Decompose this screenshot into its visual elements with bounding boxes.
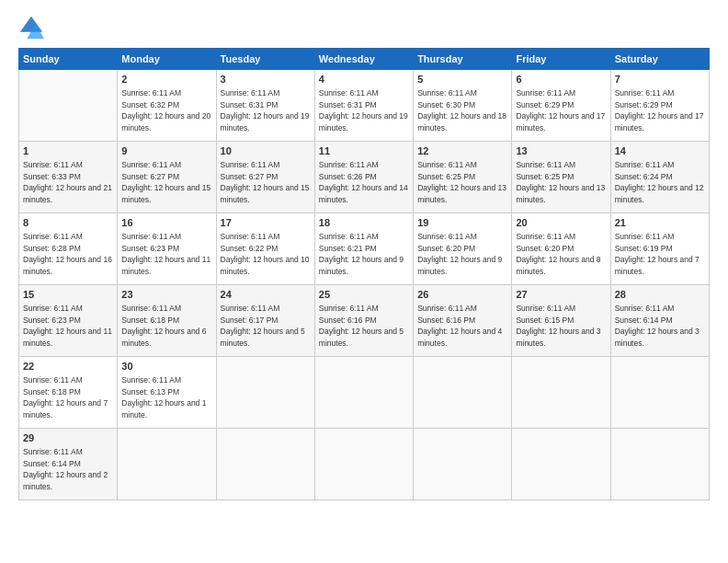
day-info: Sunrise: 6:11 AMSunset: 6:29 PMDaylight:…	[615, 88, 704, 132]
day-number: 14	[615, 144, 705, 158]
day-number: 12	[417, 144, 507, 158]
day-number: 15	[23, 288, 113, 302]
table-row: 24Sunrise: 6:11 AMSunset: 6:17 PMDayligh…	[216, 285, 314, 357]
table-row: 27Sunrise: 6:11 AMSunset: 6:15 PMDayligh…	[512, 285, 610, 357]
table-row: 4Sunrise: 6:11 AMSunset: 6:31 PMDaylight…	[314, 70, 413, 142]
svg-marker-0	[20, 17, 42, 32]
col-header-saturday: Saturday	[610, 49, 709, 70]
table-row: 28Sunrise: 6:11 AMSunset: 6:14 PMDayligh…	[610, 285, 709, 357]
day-number: 1	[23, 144, 113, 158]
day-info: Sunrise: 6:11 AMSunset: 6:30 PMDaylight:…	[417, 88, 506, 132]
table-row: 1Sunrise: 6:11 AMSunset: 6:33 PMDaylight…	[19, 142, 118, 213]
day-number: 19	[417, 216, 507, 230]
table-row	[610, 357, 709, 429]
day-number: 16	[121, 216, 211, 230]
day-number: 18	[319, 216, 409, 230]
day-info: Sunrise: 6:11 AMSunset: 6:20 PMDaylight:…	[417, 232, 502, 276]
day-number: 5	[417, 73, 507, 86]
day-number: 26	[417, 288, 507, 302]
day-info: Sunrise: 6:11 AMSunset: 6:15 PMDaylight:…	[516, 304, 600, 348]
day-number: 28	[615, 288, 705, 302]
calendar-table: SundayMondayTuesdayWednesdayThursdayFrid…	[18, 48, 710, 500]
day-number: 30	[121, 360, 211, 373]
day-info: Sunrise: 6:11 AMSunset: 6:32 PMDaylight:…	[121, 88, 210, 132]
day-info: Sunrise: 6:11 AMSunset: 6:23 PMDaylight:…	[23, 304, 112, 348]
day-info: Sunrise: 6:11 AMSunset: 6:13 PMDaylight:…	[121, 375, 206, 419]
table-row: 23Sunrise: 6:11 AMSunset: 6:18 PMDayligh…	[118, 285, 216, 357]
day-info: Sunrise: 6:11 AMSunset: 6:16 PMDaylight:…	[417, 304, 502, 348]
table-row: 6Sunrise: 6:11 AMSunset: 6:29 PMDaylight…	[512, 70, 610, 142]
day-number: 10	[221, 144, 311, 158]
day-number: 17	[221, 216, 311, 230]
table-row: 3Sunrise: 6:11 AMSunset: 6:31 PMDaylight…	[216, 70, 314, 142]
day-info: Sunrise: 6:11 AMSunset: 6:19 PMDaylight:…	[615, 232, 700, 276]
day-number: 21	[615, 216, 705, 230]
day-info: Sunrise: 6:11 AMSunset: 6:28 PMDaylight:…	[23, 232, 112, 276]
table-row: 12Sunrise: 6:11 AMSunset: 6:25 PMDayligh…	[414, 142, 512, 213]
table-row: 10Sunrise: 6:11 AMSunset: 6:27 PMDayligh…	[216, 142, 314, 213]
day-info: Sunrise: 6:11 AMSunset: 6:18 PMDaylight:…	[23, 375, 108, 419]
table-row: 15Sunrise: 6:11 AMSunset: 6:23 PMDayligh…	[19, 285, 118, 357]
table-row: 13Sunrise: 6:11 AMSunset: 6:25 PMDayligh…	[512, 142, 610, 213]
table-row	[216, 429, 314, 500]
table-row	[512, 429, 610, 500]
day-info: Sunrise: 6:11 AMSunset: 6:27 PMDaylight:…	[121, 160, 210, 204]
day-number: 24	[221, 288, 311, 302]
table-row: 22Sunrise: 6:11 AMSunset: 6:18 PMDayligh…	[19, 357, 118, 429]
table-row: 8Sunrise: 6:11 AMSunset: 6:28 PMDaylight…	[19, 213, 118, 285]
day-info: Sunrise: 6:11 AMSunset: 6:18 PMDaylight:…	[121, 304, 206, 348]
col-header-tuesday: Tuesday	[216, 49, 314, 70]
table-row	[610, 429, 709, 500]
day-number: 29	[23, 431, 113, 445]
day-info: Sunrise: 6:11 AMSunset: 6:21 PMDaylight:…	[319, 232, 404, 276]
table-row: 20Sunrise: 6:11 AMSunset: 6:20 PMDayligh…	[512, 213, 610, 285]
day-number: 4	[319, 73, 409, 86]
table-row: 11Sunrise: 6:11 AMSunset: 6:26 PMDayligh…	[314, 142, 413, 213]
day-info: Sunrise: 6:11 AMSunset: 6:25 PMDaylight:…	[516, 160, 605, 204]
table-row: 29Sunrise: 6:11 AMSunset: 6:14 PMDayligh…	[19, 429, 118, 500]
table-row: 14Sunrise: 6:11 AMSunset: 6:24 PMDayligh…	[610, 142, 709, 213]
table-row: 16Sunrise: 6:11 AMSunset: 6:23 PMDayligh…	[118, 213, 216, 285]
day-info: Sunrise: 6:11 AMSunset: 6:16 PMDaylight:…	[319, 304, 404, 348]
day-number: 8	[23, 216, 113, 230]
day-info: Sunrise: 6:11 AMSunset: 6:29 PMDaylight:…	[516, 88, 605, 132]
table-row: 18Sunrise: 6:11 AMSunset: 6:21 PMDayligh…	[314, 213, 413, 285]
day-number: 2	[121, 73, 211, 86]
table-row: 5Sunrise: 6:11 AMSunset: 6:30 PMDaylight…	[414, 70, 512, 142]
day-info: Sunrise: 6:11 AMSunset: 6:23 PMDaylight:…	[121, 232, 210, 276]
day-info: Sunrise: 6:11 AMSunset: 6:27 PMDaylight:…	[221, 160, 310, 204]
day-number: 9	[121, 144, 211, 158]
table-row	[414, 429, 512, 500]
table-row: 19Sunrise: 6:11 AMSunset: 6:20 PMDayligh…	[414, 213, 512, 285]
table-row	[314, 357, 413, 429]
day-number: 20	[516, 216, 606, 230]
day-info: Sunrise: 6:11 AMSunset: 6:22 PMDaylight:…	[221, 232, 310, 276]
table-row	[512, 357, 610, 429]
table-row	[414, 357, 512, 429]
table-row: 2Sunrise: 6:11 AMSunset: 6:32 PMDaylight…	[118, 70, 216, 142]
day-info: Sunrise: 6:11 AMSunset: 6:20 PMDaylight:…	[516, 232, 600, 276]
table-row	[216, 357, 314, 429]
day-number: 27	[516, 288, 606, 302]
logo	[18, 15, 48, 40]
table-row: 30Sunrise: 6:11 AMSunset: 6:13 PMDayligh…	[118, 357, 216, 429]
day-info: Sunrise: 6:11 AMSunset: 6:17 PMDaylight:…	[221, 304, 305, 348]
day-info: Sunrise: 6:11 AMSunset: 6:26 PMDaylight:…	[319, 160, 408, 204]
table-row: 25Sunrise: 6:11 AMSunset: 6:16 PMDayligh…	[314, 285, 413, 357]
table-row: 26Sunrise: 6:11 AMSunset: 6:16 PMDayligh…	[414, 285, 512, 357]
day-number: 7	[615, 73, 705, 86]
day-number: 13	[516, 144, 606, 158]
day-info: Sunrise: 6:11 AMSunset: 6:25 PMDaylight:…	[417, 160, 506, 204]
day-info: Sunrise: 6:11 AMSunset: 6:31 PMDaylight:…	[221, 88, 310, 132]
day-number: 22	[23, 360, 113, 373]
col-header-thursday: Thursday	[414, 49, 512, 70]
table-row	[118, 429, 216, 500]
table-row	[314, 429, 413, 500]
col-header-friday: Friday	[512, 49, 610, 70]
day-number: 23	[121, 288, 211, 302]
day-number: 6	[516, 73, 606, 86]
day-number: 11	[319, 144, 409, 158]
col-header-sunday: Sunday	[19, 49, 118, 70]
day-info: Sunrise: 6:11 AMSunset: 6:24 PMDaylight:…	[615, 160, 704, 204]
table-row: 17Sunrise: 6:11 AMSunset: 6:22 PMDayligh…	[216, 213, 314, 285]
